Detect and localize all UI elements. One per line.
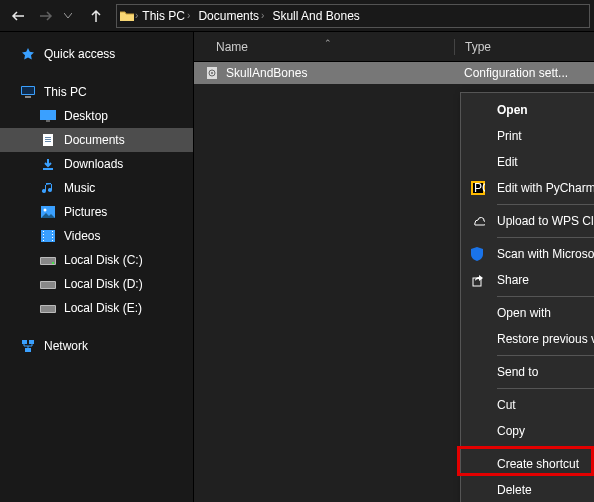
sidebar-item-videos[interactable]: Videos — [0, 224, 193, 248]
file-list-area: Name ⌃ Type SkullAndBones Configuration … — [194, 32, 594, 502]
pycharm-icon: PC — [471, 181, 489, 195]
disk-icon — [40, 300, 56, 316]
ctx-label: Edit — [497, 155, 518, 169]
ctx-open[interactable]: Open — [463, 97, 594, 123]
sidebar-item-documents[interactable]: Documents — [0, 128, 193, 152]
svg-rect-14 — [43, 234, 44, 235]
sidebar-item-downloads[interactable]: Downloads — [0, 152, 193, 176]
ctx-cut[interactable]: Cut — [463, 392, 594, 418]
ctx-send-to[interactable]: Send to› — [463, 359, 594, 385]
sidebar-item-disk-e[interactable]: Local Disk (E:) — [0, 296, 193, 320]
sidebar-label: Music — [64, 181, 95, 195]
desktop-icon — [40, 108, 56, 124]
svg-rect-27 — [41, 306, 55, 312]
svg-rect-4 — [46, 120, 50, 122]
ctx-restore[interactable]: Restore previous versions — [463, 326, 594, 352]
ctx-separator — [497, 388, 594, 389]
column-header-name[interactable]: Name ⌃ — [194, 40, 454, 54]
address-bar[interactable]: › This PC› Documents› Skull And Bones — [116, 4, 590, 28]
sidebar-label: Local Disk (E:) — [64, 301, 142, 315]
column-label: Type — [465, 40, 491, 54]
ctx-pycharm[interactable]: PCEdit with PyCharm Community Edition — [463, 175, 594, 201]
navigation-toolbar: › This PC› Documents› Skull And Bones — [0, 0, 594, 32]
ctx-copy[interactable]: Copy — [463, 418, 594, 444]
ctx-separator — [497, 355, 594, 356]
ctx-label: Upload to WPS Cloud — [497, 214, 594, 228]
music-icon — [40, 180, 56, 196]
ctx-create-shortcut[interactable]: Create shortcut — [463, 451, 594, 477]
file-name: SkullAndBones — [226, 66, 307, 80]
folder-icon — [119, 8, 135, 24]
svg-rect-6 — [45, 137, 51, 138]
ctx-label: Delete — [497, 483, 532, 497]
cloud-upload-icon — [471, 215, 489, 227]
file-row[interactable]: SkullAndBones Configuration sett... — [194, 62, 594, 84]
column-label: Name — [216, 40, 248, 54]
svg-rect-8 — [45, 141, 51, 142]
ctx-delete[interactable]: Delete — [463, 477, 594, 502]
sidebar-label: This PC — [44, 85, 87, 99]
context-menu: Open Print Edit PCEdit with PyCharm Comm… — [460, 92, 594, 502]
sidebar-item-pictures[interactable]: Pictures — [0, 200, 193, 224]
sidebar-item-disk-d[interactable]: Local Disk (D:) — [0, 272, 193, 296]
disk-icon — [40, 252, 56, 268]
sidebar-item-disk-c[interactable]: Local Disk (C:) — [0, 248, 193, 272]
svg-rect-3 — [40, 110, 56, 120]
sidebar-label: Network — [44, 339, 88, 353]
svg-rect-16 — [43, 240, 44, 241]
sidebar-quick-access[interactable]: Quick access — [0, 42, 193, 66]
svg-rect-9 — [43, 168, 53, 170]
ctx-separator — [497, 296, 594, 297]
ctx-edit[interactable]: Edit — [463, 149, 594, 175]
config-file-icon — [204, 65, 220, 81]
svg-rect-1 — [22, 87, 34, 94]
ctx-wps[interactable]: Upload to WPS Cloud — [463, 208, 594, 234]
sidebar-label: Desktop — [64, 109, 108, 123]
svg-rect-19 — [52, 237, 53, 238]
sidebar-item-desktop[interactable]: Desktop — [0, 104, 193, 128]
recent-locations-button[interactable] — [54, 2, 82, 30]
ctx-label: Share — [497, 273, 529, 287]
breadcrumb-documents[interactable]: Documents› — [194, 5, 268, 27]
up-button[interactable] — [82, 2, 110, 30]
downloads-icon — [40, 156, 56, 172]
ctx-label: Cut — [497, 398, 516, 412]
breadcrumb-skull-and-bones[interactable]: Skull And Bones — [268, 5, 363, 27]
network-icon — [20, 338, 36, 354]
svg-rect-2 — [25, 96, 31, 98]
sidebar-label: Local Disk (C:) — [64, 253, 143, 267]
videos-icon — [40, 228, 56, 244]
navigation-sidebar: Quick access This PC Desktop Documents D… — [0, 32, 194, 502]
pictures-icon — [40, 204, 56, 220]
ctx-label: Open with — [497, 306, 551, 320]
svg-rect-18 — [52, 234, 53, 235]
ctx-defender[interactable]: Scan with Microsoft Defender... — [463, 241, 594, 267]
star-icon — [20, 46, 36, 62]
ctx-print[interactable]: Print — [463, 123, 594, 149]
svg-rect-25 — [41, 282, 55, 288]
ctx-label: Print — [497, 129, 522, 143]
sidebar-label: Documents — [64, 133, 125, 147]
column-headers: Name ⌃ Type — [194, 32, 594, 62]
ctx-separator — [497, 237, 594, 238]
svg-point-11 — [44, 209, 47, 212]
ctx-label: Scan with Microsoft Defender... — [497, 247, 594, 261]
sidebar-network[interactable]: Network — [0, 334, 193, 358]
sidebar-item-music[interactable]: Music — [0, 176, 193, 200]
breadcrumb-label: This PC — [142, 9, 185, 23]
disk-icon — [40, 276, 56, 292]
ctx-separator — [497, 447, 594, 448]
ctx-open-with[interactable]: Open with› — [463, 300, 594, 326]
svg-rect-7 — [45, 139, 51, 140]
ctx-separator — [497, 204, 594, 205]
svg-text:PC: PC — [474, 181, 485, 195]
column-header-type[interactable]: Type — [455, 40, 491, 54]
back-button[interactable] — [4, 2, 32, 30]
ctx-label: Copy — [497, 424, 525, 438]
main-area: Quick access This PC Desktop Documents D… — [0, 32, 594, 502]
ctx-share[interactable]: Share — [463, 267, 594, 293]
sidebar-this-pc[interactable]: This PC — [0, 80, 193, 104]
svg-point-23 — [52, 262, 54, 264]
pc-icon — [20, 84, 36, 100]
breadcrumb-this-pc[interactable]: This PC› — [138, 5, 194, 27]
